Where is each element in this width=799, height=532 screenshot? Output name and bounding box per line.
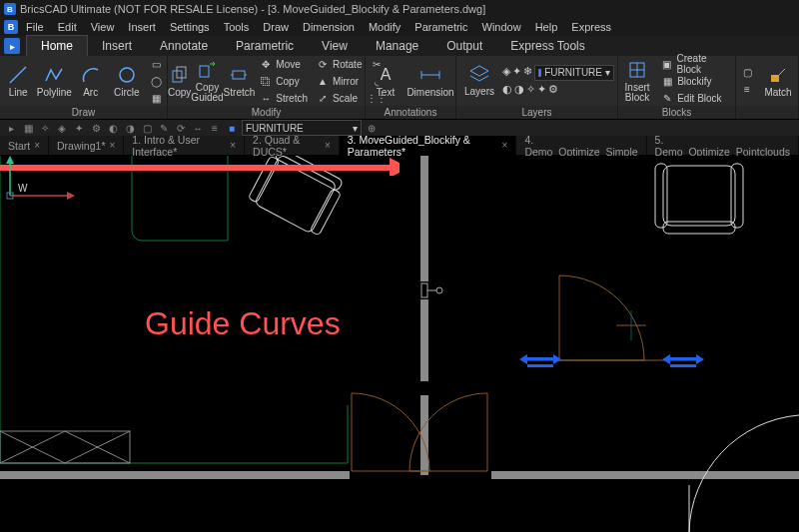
polyline-button[interactable]: Polyline — [36, 57, 72, 105]
tab-annotate[interactable]: Annotate — [146, 36, 222, 56]
menu-parametric[interactable]: Parametric — [408, 20, 473, 34]
scale-button[interactable]: ⤢Scale — [316, 91, 362, 106]
svg-rect-29 — [663, 222, 735, 234]
square-icon: ▢ — [740, 66, 754, 80]
drawing-canvas[interactable]: Guide Curves W — [0, 156, 799, 532]
style-tool-button[interactable]: ≡ — [740, 82, 754, 97]
layer-tool-icon[interactable]: ✦ — [537, 83, 546, 96]
app-icon: B — [4, 3, 16, 15]
app-button-icon[interactable]: ▸ — [4, 38, 20, 54]
dimension-button[interactable]: Dimension — [405, 57, 455, 105]
menu-view[interactable]: View — [85, 20, 121, 34]
menu-file[interactable]: File — [20, 20, 50, 34]
rotate-icon: ⟳ — [316, 57, 330, 71]
layer-combo[interactable]: FURNITURE▾ — [534, 65, 614, 81]
tab-manage[interactable]: Manage — [362, 36, 432, 56]
tab-express-tools[interactable]: Express Tools — [496, 36, 598, 56]
panel-annotations: AText Dimension Annotations — [366, 56, 456, 119]
menu-tools[interactable]: Tools — [218, 20, 256, 34]
blockify-button[interactable]: ▦Blockify — [660, 74, 731, 89]
edit-block-button[interactable]: ✎Edit Block — [660, 91, 731, 106]
tab-output[interactable]: Output — [432, 36, 496, 56]
ucs-icon: W — [0, 156, 80, 206]
menu-edit[interactable]: Edit — [52, 20, 83, 34]
layer-tool-icon[interactable]: ❄ — [523, 65, 532, 81]
layer-tool-icon[interactable]: ✦ — [512, 65, 521, 81]
ellipse-button[interactable]: ◯ — [149, 74, 163, 89]
mirror-button[interactable]: ▲Mirror — [316, 74, 362, 89]
layer-tool-icon[interactable]: ✧ — [526, 83, 535, 96]
close-icon[interactable]: × — [502, 140, 508, 151]
text-button[interactable]: AText — [366, 57, 405, 105]
stretch-small-button[interactable]: ↔Stretch — [259, 91, 308, 106]
create-block-icon: ▣ — [660, 57, 673, 71]
svg-marker-40 — [390, 158, 400, 176]
tab-insert[interactable]: Insert — [88, 36, 146, 56]
doc-tab-active[interactable]: 3. MoveGuided_Blockify & Parameters*× — [340, 136, 517, 155]
menu-draw[interactable]: Draw — [257, 20, 295, 34]
layers-button[interactable]: Layers — [460, 60, 498, 100]
stretch-handle-left[interactable] — [519, 355, 561, 369]
qat-icon[interactable]: ■ — [225, 121, 239, 135]
hatch-button[interactable]: ▦ — [149, 91, 163, 106]
doc-tab[interactable]: 2. Quad & DUCS*× — [245, 136, 340, 155]
menu-express[interactable]: Express — [565, 20, 617, 34]
match-button[interactable]: Match — [758, 57, 798, 105]
doc-tab[interactable]: 5. Demo_Optimize_Pointclouds — [647, 136, 799, 155]
menu-modify[interactable]: Modify — [363, 20, 406, 34]
menu-insert[interactable]: Insert — [122, 20, 162, 34]
tab-view[interactable]: View — [308, 36, 362, 56]
tab-home[interactable]: Home — [26, 35, 88, 56]
close-icon[interactable]: × — [230, 140, 236, 151]
doc-tab-start[interactable]: Start× — [0, 136, 49, 155]
doc-tab[interactable]: Drawing1*× — [49, 136, 124, 155]
svg-point-1 — [120, 68, 134, 82]
color-tool-button[interactable]: ▢ — [740, 65, 754, 80]
ellipse-icon: ◯ — [149, 74, 163, 88]
stretch-handle-right[interactable] — [662, 355, 704, 369]
svg-marker-44 — [67, 192, 75, 200]
close-icon[interactable]: × — [109, 140, 115, 151]
circle-button[interactable]: Circle — [109, 57, 145, 105]
layer-tool-icon[interactable]: ◈ — [502, 65, 510, 81]
rotate-button[interactable]: ⟳Rotate — [316, 57, 362, 72]
app-menu-icon[interactable]: B — [4, 20, 18, 34]
menu-window[interactable]: Window — [476, 20, 527, 34]
move-button[interactable]: ✥Move — [259, 57, 308, 72]
doc-tab[interactable]: 4. Demo_Optimize_Simple — [516, 136, 646, 155]
menu-help[interactable]: Help — [529, 20, 564, 34]
copy-button[interactable]: Copy — [168, 57, 191, 105]
stretch-button[interactable]: Stretch — [224, 57, 256, 105]
copy-small-button[interactable]: ⿻Copy — [259, 74, 308, 89]
qat-icon[interactable]: ◈ — [55, 121, 69, 135]
arc-button[interactable]: Arc — [73, 57, 109, 105]
doc-tab[interactable]: 1. Intro & User Interface*× — [124, 136, 245, 155]
close-icon[interactable]: × — [325, 140, 331, 151]
drawing-content — [0, 156, 799, 532]
create-block-button[interactable]: ▣Create Block — [660, 57, 731, 72]
svg-rect-26 — [663, 166, 735, 226]
qat-icon[interactable]: ▦ — [21, 121, 35, 135]
copy-guided-button[interactable]: Copy Guided — [191, 57, 223, 105]
insert-block-icon — [626, 59, 648, 81]
svg-rect-4 — [200, 66, 209, 77]
menu-settings[interactable]: Settings — [164, 20, 216, 34]
ribbon: Line Polyline Arc Circle ▭ ◯ ▦ Draw Copy… — [0, 56, 799, 120]
tab-parametric[interactable]: Parametric — [222, 36, 308, 56]
menu-dimension[interactable]: Dimension — [297, 20, 361, 34]
qat-icon[interactable]: ▸ — [4, 121, 18, 135]
qat-icon[interactable]: ⚙ — [89, 121, 103, 135]
close-icon[interactable]: × — [34, 140, 40, 151]
blockify-icon: ▦ — [660, 74, 674, 88]
qat-icon[interactable]: ✦ — [72, 121, 86, 135]
qat-icon[interactable]: ◐ — [106, 121, 120, 135]
rectangle-button[interactable]: ▭ — [149, 57, 163, 72]
hatch-icon: ▦ — [149, 91, 163, 105]
layer-tool-icon[interactable]: ◑ — [514, 83, 524, 96]
line-button[interactable]: Line — [0, 57, 36, 105]
layer-tool-icon[interactable]: ◐ — [502, 83, 512, 96]
insert-block-button[interactable]: Insert Block — [618, 57, 656, 105]
qat-icon[interactable]: ✧ — [38, 121, 52, 135]
layer-tool-icon[interactable]: ⚙ — [548, 83, 558, 96]
layers-icon — [468, 63, 490, 85]
